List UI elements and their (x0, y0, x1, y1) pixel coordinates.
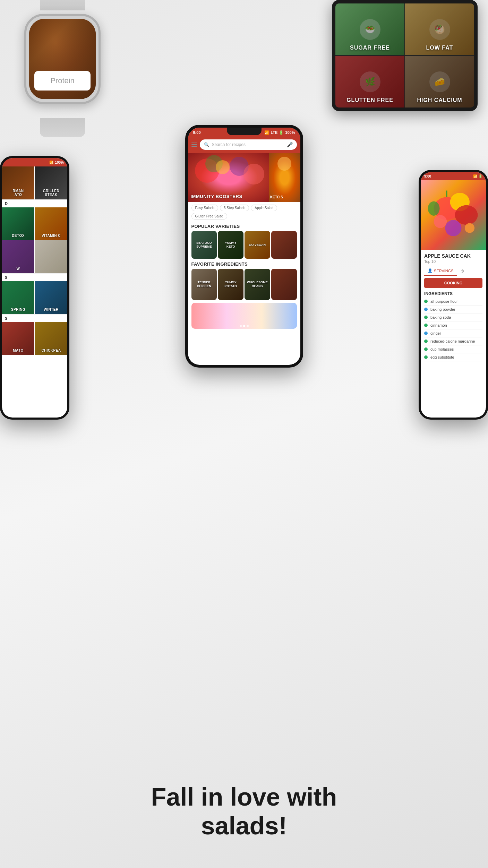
svg-point-5 (465, 223, 474, 233)
left-row-5: MATO CHICKPEA (2, 322, 67, 355)
left-cell-detox[interactable]: DETOX (2, 207, 34, 240)
right-signal-icon: 📶 (473, 174, 477, 178)
variety-vegan[interactable]: GO VEGAN (245, 231, 270, 259)
hamburger-menu-icon[interactable] (191, 143, 197, 147)
right-status-icons: 📶 🔋 (473, 174, 482, 178)
ingredient-chicken[interactable]: TENDERCHICKEN (191, 269, 217, 300)
right-battery-icon: 🔋 (478, 174, 482, 178)
tag-3step[interactable]: 3 Step Salads (220, 205, 249, 211)
left-cell-spring[interactable]: SPRING (2, 281, 34, 314)
tablet-cell-gluten-free[interactable]: 🌿 GLUTTEN FREE (335, 56, 404, 108)
center-battery: 100% (285, 130, 295, 135)
ingredient-dot-8 (424, 355, 428, 359)
left-section-d: D (2, 199, 67, 207)
smartwatch: Protein (14, 7, 111, 121)
low-fat-label: LOW FAT (405, 45, 474, 51)
ingredients-title: INGREDIENTS (424, 290, 482, 298)
ingredient-label-8: egg substitute (430, 355, 454, 359)
tag-apple-salad[interactable]: Apple Salad (251, 205, 277, 211)
hero-immunity-boosters[interactable]: IMMUNITY BOOSTERS (188, 153, 270, 202)
variety-extra[interactable] (271, 231, 297, 259)
ingredient-chicken-label: TENDERCHICKEN (197, 281, 211, 288)
left-cell-winter[interactable]: WINTER (35, 281, 67, 314)
watch-band-top (40, 0, 85, 10)
left-label-vitaminc: VITAMIN C (35, 234, 67, 238)
left-label-detox: DETOX (2, 234, 34, 238)
left-status-bar: 📶 100% (2, 158, 67, 166)
popular-varieties-title: POPULAR VARIETIES (188, 221, 300, 231)
ingredient-dot-7 (424, 347, 428, 351)
left-row-3: W (2, 240, 67, 273)
fruit-svg (421, 180, 486, 250)
ingredient-row: baking soda (424, 313, 482, 321)
right-tab-servings[interactable]: 👤 SERVINGS (424, 266, 457, 276)
left-cell-vitaminc[interactable]: VITAMIN C (35, 207, 67, 240)
svg-point-2 (434, 215, 447, 228)
phone-notch (227, 128, 262, 135)
tablet-cell-high-calcium[interactable]: 🧀 HIGH CALCIUM (405, 56, 474, 108)
variety-vegan-label: GO VEGAN (249, 243, 266, 247)
left-row-2: DETOX VITAMIN C (2, 207, 67, 240)
sugar-free-label: SUGAR FREE (335, 45, 404, 51)
right-time: 9:00 (424, 174, 431, 178)
left-cell-salad[interactable] (35, 240, 67, 273)
ingredient-label-3: baking soda (430, 315, 451, 319)
carousel-dot-2 (243, 325, 245, 327)
watch-crown (99, 50, 101, 64)
ingredient-potato[interactable]: YUMMYPOTATO (218, 269, 243, 300)
left-cell-tomato[interactable]: MATO (2, 322, 34, 355)
ingredient-row: cinnamon (424, 321, 482, 329)
tag-gluten-free[interactable]: Gluten Free Salad (191, 213, 227, 220)
left-phone: 📶 100% RMANATO GRILLEDSTEAK D (0, 156, 69, 420)
tagline-line1: Fall in love with (151, 783, 337, 811)
variety-keto[interactable]: YUMMYKETO (218, 231, 243, 259)
right-recipe-sub: Top 10 (424, 259, 482, 264)
ingredient-row: ginger (424, 329, 482, 337)
high-calcium-label: HIGH CALCIUM (405, 97, 474, 103)
left-row-1: RMANATO GRILLEDSTEAK (2, 166, 67, 199)
ingredient-label-4: cinnamon (430, 323, 447, 327)
carousel-dots (240, 325, 249, 327)
watch-protein-label: Protein (50, 76, 75, 85)
search-placeholder: Search for recipes (212, 142, 284, 147)
watch-band-bottom (40, 118, 85, 137)
svg-point-4 (445, 220, 462, 236)
watch-body: Protein (24, 14, 101, 104)
left-cell-grilled[interactable]: GRILLEDSTEAK (35, 166, 67, 199)
right-status-bar: 9:00 📶 🔋 (421, 172, 486, 180)
tablet-cell-sugar-free[interactable]: 🥗 SUGAR FREE (335, 3, 404, 55)
variety-seafood[interactable]: SEAFOODSUPREME (191, 231, 217, 259)
hero-keto[interactable]: KETO S (269, 153, 300, 202)
ingredient-row: all-purpose flour (424, 298, 482, 306)
tablet: 🥗 SUGAR FREE 🥙 LOW FAT 🌿 GLUTTEN FREE (332, 0, 478, 118)
search-input-box[interactable]: 🔍 Search for recipes 🎤 (200, 139, 297, 150)
left-label-german: RMANATO (2, 189, 34, 197)
gluten-free-label: GLUTTEN FREE (335, 97, 404, 103)
servings-icon: 👤 (428, 268, 433, 273)
tag-easy-salads[interactable]: Easy Salads (191, 205, 219, 211)
cooking-button[interactable]: COOKING (424, 278, 482, 288)
left-signal-icon: 📶 (49, 161, 53, 164)
right-recipe-info: APPLE SAUCE CAK Top 10 👤 SERVINGS ⏱ COOK… (421, 250, 486, 365)
left-cell-chickpea[interactable]: CHICKPEA (35, 322, 67, 355)
right-tab-time[interactable]: ⏱ (457, 266, 468, 276)
center-status-icons: 📶 LTE 🔋 100% (264, 130, 295, 135)
left-row-4: SPRING WINTER (2, 281, 67, 314)
ingredient-extra[interactable] (271, 269, 297, 300)
ingredient-beans[interactable]: WHOLESOMEBEANS (245, 269, 270, 300)
varieties-grid: SEAFOODSUPREME YUMMYKETO GO VEGAN (188, 231, 300, 259)
right-phone: 9:00 📶 🔋 APPLE SAUCE CAK Top 10 (419, 170, 488, 420)
ingredient-row: egg substitute (424, 353, 482, 361)
tags-row: Easy Salads 3 Step Salads Apple Salad Gl… (188, 202, 300, 221)
left-cell-w[interactable]: W (2, 240, 34, 273)
mic-icon[interactable]: 🎤 (287, 142, 293, 147)
time-icon: ⏱ (461, 269, 464, 273)
ingredient-label-2: baking powder (430, 307, 455, 311)
left-label-tomato: MATO (2, 349, 34, 352)
left-label-grilled: GRILLEDSTEAK (35, 189, 67, 197)
left-label-winter: WINTER (35, 308, 67, 311)
ingredient-dot-3 (424, 316, 428, 319)
left-cell-german[interactable]: RMANATO (2, 166, 34, 199)
tablet-cell-low-fat[interactable]: 🥙 LOW FAT (405, 3, 474, 55)
bottom-carousel[interactable] (191, 303, 297, 329)
